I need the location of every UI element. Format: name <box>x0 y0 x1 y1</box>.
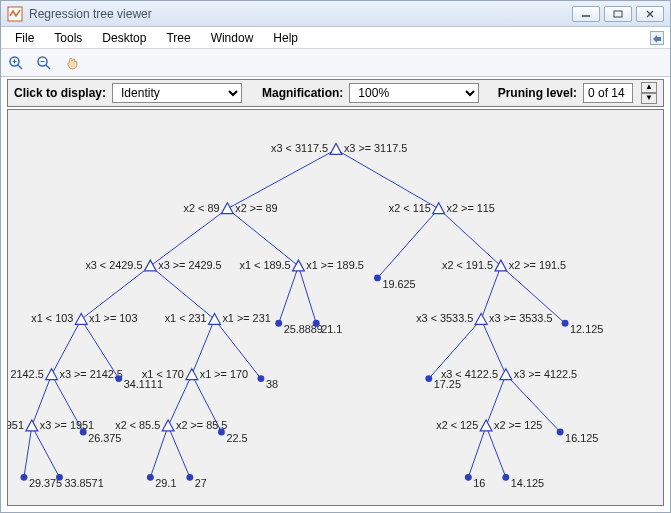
svg-line-27 <box>481 319 506 374</box>
pruning-down-button[interactable]: ▼ <box>641 93 657 104</box>
menubar: File Tools Desktop Tree Window Help <box>1 27 670 49</box>
leaf-value: 22.5 <box>226 432 247 444</box>
split-rule-left: x1 < 189.5 <box>240 259 291 271</box>
leaf-node[interactable] <box>275 320 282 327</box>
leaf-node[interactable] <box>56 474 63 481</box>
split-rule-right: x3 >= 2429.5 <box>158 259 221 271</box>
leaf-value: 14.125 <box>511 477 544 489</box>
split-node[interactable] <box>500 369 512 380</box>
split-rule-left: x2 < 191.5 <box>442 259 493 271</box>
split-rule-right: x3 >= 3117.5 <box>344 142 407 154</box>
svg-line-22 <box>52 319 82 374</box>
split-rule-right: x2 >= 89 <box>235 202 277 214</box>
leaf-node[interactable] <box>425 375 432 382</box>
leaf-node[interactable] <box>313 320 320 327</box>
split-rule-right: x2 >= 191.5 <box>509 259 566 271</box>
svg-line-14 <box>377 209 438 278</box>
split-rule-left: x2 < 125 <box>436 419 478 431</box>
leaf-value: 16.125 <box>565 432 598 444</box>
split-node[interactable] <box>144 260 156 271</box>
menu-help[interactable]: Help <box>265 29 306 47</box>
zoom-in-icon[interactable] <box>7 54 25 72</box>
leaf-value: 21.1 <box>321 323 342 335</box>
leaf-value: 26.375 <box>88 432 121 444</box>
leaf-node[interactable] <box>20 474 27 481</box>
titlebar: Regression tree viewer <box>1 1 670 27</box>
split-node[interactable] <box>293 260 305 271</box>
pruning-up-button[interactable]: ▲ <box>641 82 657 93</box>
split-rule-left: x3 < 3533.5 <box>416 312 473 324</box>
pruning-value: 0 of 14 <box>583 83 633 103</box>
click-display-select[interactable]: Identity <box>112 83 242 103</box>
leaf-value: 38 <box>266 378 278 390</box>
split-rule-left: x1 < 170 <box>142 368 184 380</box>
split-node[interactable] <box>330 144 342 155</box>
split-rule-left: x1 < 231 <box>165 312 207 324</box>
svg-line-35 <box>32 426 60 477</box>
close-button[interactable] <box>636 6 664 22</box>
leaf-node[interactable] <box>374 274 381 281</box>
zoom-out-icon[interactable] <box>35 54 53 72</box>
leaf-node[interactable] <box>465 474 472 481</box>
split-node[interactable] <box>221 203 233 214</box>
app-window: Regression tree viewer File Tools Deskto… <box>0 0 671 513</box>
svg-line-8 <box>46 65 50 69</box>
split-rule-right: x3 >= 4122.5 <box>514 368 577 380</box>
split-rule-left: x3 < 4122.5 <box>441 368 498 380</box>
split-rule-left: x2 < 85.5 <box>115 419 160 431</box>
split-node[interactable] <box>433 203 445 214</box>
svg-line-13 <box>227 209 298 266</box>
pan-icon[interactable] <box>63 54 81 72</box>
split-rule-right: x3 >= 1951 <box>40 419 94 431</box>
tree-canvas[interactable]: x3 < 3117.5x3 >= 3117.5x2 < 89x2 >= 89x2… <box>7 109 664 506</box>
split-rule-right: x2 >= 115 <box>447 202 495 214</box>
leaf-value: 27 <box>195 477 207 489</box>
svg-line-39 <box>486 426 506 477</box>
leaf-value: 19.625 <box>382 278 415 290</box>
minimize-button[interactable] <box>572 6 600 22</box>
leaf-value: 17.25 <box>434 378 461 390</box>
svg-line-38 <box>468 426 486 477</box>
leaf-value: 29.1 <box>155 477 176 489</box>
menu-window[interactable]: Window <box>203 29 262 47</box>
leaf-node[interactable] <box>80 428 87 435</box>
split-rule-left: x2 < 89 <box>184 202 220 214</box>
menu-file[interactable]: File <box>7 29 42 47</box>
maximize-button[interactable] <box>604 6 632 22</box>
leaf-value: 33.8571 <box>64 477 103 489</box>
split-rule-left: x3 < 3117.5 <box>271 142 328 154</box>
menu-tree[interactable]: Tree <box>158 29 198 47</box>
leaf-node[interactable] <box>218 428 225 435</box>
leaf-node[interactable] <box>115 375 122 382</box>
split-node[interactable] <box>209 313 221 324</box>
svg-rect-2 <box>614 11 622 17</box>
menu-desktop[interactable]: Desktop <box>94 29 154 47</box>
split-rule-right: x1 >= 189.5 <box>306 259 363 271</box>
dock-icon[interactable] <box>650 31 664 45</box>
split-node[interactable] <box>475 313 487 324</box>
svg-line-34 <box>24 426 32 477</box>
app-icon <box>7 6 23 22</box>
split-node[interactable] <box>480 420 492 431</box>
split-rule-right: x3 >= 2142.5 <box>59 368 122 380</box>
leaf-node[interactable] <box>257 375 264 382</box>
menu-tools[interactable]: Tools <box>46 29 90 47</box>
split-node[interactable] <box>186 369 198 380</box>
window-title: Regression tree viewer <box>29 7 572 21</box>
split-node[interactable] <box>26 420 38 431</box>
leaf-node[interactable] <box>186 474 193 481</box>
svg-line-11 <box>336 150 439 209</box>
leaf-node[interactable] <box>557 428 564 435</box>
svg-line-15 <box>439 209 501 266</box>
split-node[interactable] <box>75 313 87 324</box>
leaf-node[interactable] <box>562 320 569 327</box>
svg-line-24 <box>192 319 215 374</box>
leaf-node[interactable] <box>147 474 154 481</box>
svg-line-36 <box>150 426 168 477</box>
leaf-node[interactable] <box>502 474 509 481</box>
split-node[interactable] <box>46 369 58 380</box>
magnification-select[interactable]: 100% <box>349 83 479 103</box>
leaf-value: 34.1111 <box>124 378 163 390</box>
split-node[interactable] <box>162 420 174 431</box>
svg-line-18 <box>279 266 299 323</box>
